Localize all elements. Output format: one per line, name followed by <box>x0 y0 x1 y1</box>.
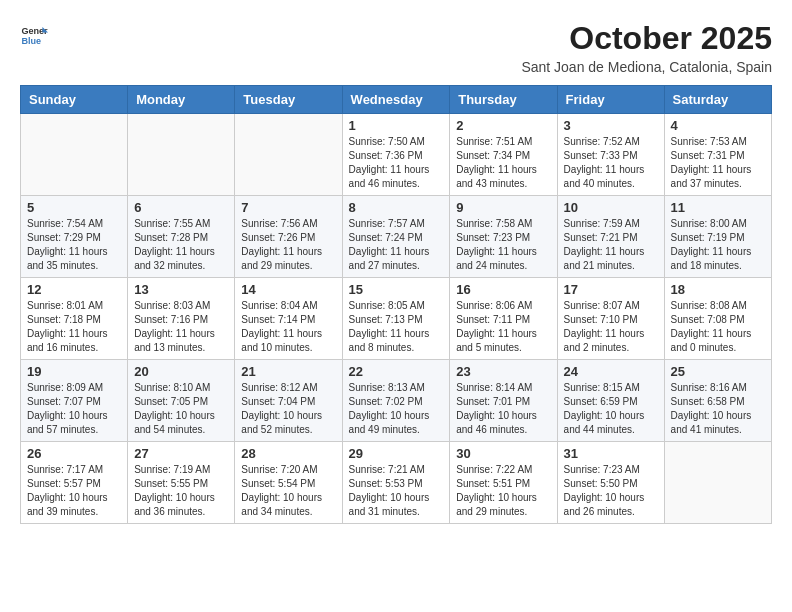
day-info: Sunrise: 8:05 AMSunset: 7:13 PMDaylight:… <box>349 299 444 355</box>
weekday-header-thursday: Thursday <box>450 86 557 114</box>
weekday-header-tuesday: Tuesday <box>235 86 342 114</box>
svg-text:Blue: Blue <box>21 36 41 46</box>
location: Sant Joan de Mediona, Catalonia, Spain <box>521 59 772 75</box>
day-info: Sunrise: 8:10 AMSunset: 7:05 PMDaylight:… <box>134 381 228 437</box>
day-number: 4 <box>671 118 765 133</box>
day-cell: 22Sunrise: 8:13 AMSunset: 7:02 PMDayligh… <box>342 360 450 442</box>
day-number: 28 <box>241 446 335 461</box>
day-cell: 17Sunrise: 8:07 AMSunset: 7:10 PMDayligh… <box>557 278 664 360</box>
weekday-header-saturday: Saturday <box>664 86 771 114</box>
day-info: Sunrise: 7:20 AMSunset: 5:54 PMDaylight:… <box>241 463 335 519</box>
weekday-header-sunday: Sunday <box>21 86 128 114</box>
day-info: Sunrise: 7:51 AMSunset: 7:34 PMDaylight:… <box>456 135 550 191</box>
day-number: 13 <box>134 282 228 297</box>
day-info: Sunrise: 8:07 AMSunset: 7:10 PMDaylight:… <box>564 299 658 355</box>
day-info: Sunrise: 8:15 AMSunset: 6:59 PMDaylight:… <box>564 381 658 437</box>
day-cell: 25Sunrise: 8:16 AMSunset: 6:58 PMDayligh… <box>664 360 771 442</box>
day-info: Sunrise: 7:21 AMSunset: 5:53 PMDaylight:… <box>349 463 444 519</box>
day-cell <box>664 442 771 524</box>
day-number: 8 <box>349 200 444 215</box>
day-cell: 12Sunrise: 8:01 AMSunset: 7:18 PMDayligh… <box>21 278 128 360</box>
logo: General Blue <box>20 20 48 48</box>
day-cell: 18Sunrise: 8:08 AMSunset: 7:08 PMDayligh… <box>664 278 771 360</box>
day-number: 18 <box>671 282 765 297</box>
day-cell: 24Sunrise: 8:15 AMSunset: 6:59 PMDayligh… <box>557 360 664 442</box>
day-cell <box>21 114 128 196</box>
day-cell: 8Sunrise: 7:57 AMSunset: 7:24 PMDaylight… <box>342 196 450 278</box>
day-number: 1 <box>349 118 444 133</box>
day-info: Sunrise: 7:52 AMSunset: 7:33 PMDaylight:… <box>564 135 658 191</box>
weekday-header-wednesday: Wednesday <box>342 86 450 114</box>
weekday-header-monday: Monday <box>128 86 235 114</box>
day-info: Sunrise: 7:23 AMSunset: 5:50 PMDaylight:… <box>564 463 658 519</box>
day-info: Sunrise: 8:00 AMSunset: 7:19 PMDaylight:… <box>671 217 765 273</box>
day-number: 24 <box>564 364 658 379</box>
day-info: Sunrise: 7:19 AMSunset: 5:55 PMDaylight:… <box>134 463 228 519</box>
day-cell: 15Sunrise: 8:05 AMSunset: 7:13 PMDayligh… <box>342 278 450 360</box>
day-info: Sunrise: 8:03 AMSunset: 7:16 PMDaylight:… <box>134 299 228 355</box>
day-info: Sunrise: 7:54 AMSunset: 7:29 PMDaylight:… <box>27 217 121 273</box>
week-row-1: 1Sunrise: 7:50 AMSunset: 7:36 PMDaylight… <box>21 114 772 196</box>
day-number: 2 <box>456 118 550 133</box>
day-info: Sunrise: 8:12 AMSunset: 7:04 PMDaylight:… <box>241 381 335 437</box>
day-cell: 28Sunrise: 7:20 AMSunset: 5:54 PMDayligh… <box>235 442 342 524</box>
day-cell: 19Sunrise: 8:09 AMSunset: 7:07 PMDayligh… <box>21 360 128 442</box>
day-cell: 7Sunrise: 7:56 AMSunset: 7:26 PMDaylight… <box>235 196 342 278</box>
day-number: 14 <box>241 282 335 297</box>
weekday-header-row: SundayMondayTuesdayWednesdayThursdayFrid… <box>21 86 772 114</box>
day-info: Sunrise: 7:59 AMSunset: 7:21 PMDaylight:… <box>564 217 658 273</box>
day-info: Sunrise: 8:09 AMSunset: 7:07 PMDaylight:… <box>27 381 121 437</box>
day-number: 30 <box>456 446 550 461</box>
day-cell: 20Sunrise: 8:10 AMSunset: 7:05 PMDayligh… <box>128 360 235 442</box>
day-number: 21 <box>241 364 335 379</box>
day-cell: 26Sunrise: 7:17 AMSunset: 5:57 PMDayligh… <box>21 442 128 524</box>
day-cell: 23Sunrise: 8:14 AMSunset: 7:01 PMDayligh… <box>450 360 557 442</box>
day-cell: 14Sunrise: 8:04 AMSunset: 7:14 PMDayligh… <box>235 278 342 360</box>
day-cell: 27Sunrise: 7:19 AMSunset: 5:55 PMDayligh… <box>128 442 235 524</box>
day-cell: 5Sunrise: 7:54 AMSunset: 7:29 PMDaylight… <box>21 196 128 278</box>
day-number: 15 <box>349 282 444 297</box>
day-cell: 21Sunrise: 8:12 AMSunset: 7:04 PMDayligh… <box>235 360 342 442</box>
week-row-5: 26Sunrise: 7:17 AMSunset: 5:57 PMDayligh… <box>21 442 772 524</box>
day-cell <box>235 114 342 196</box>
day-info: Sunrise: 7:50 AMSunset: 7:36 PMDaylight:… <box>349 135 444 191</box>
day-number: 29 <box>349 446 444 461</box>
day-cell: 30Sunrise: 7:22 AMSunset: 5:51 PMDayligh… <box>450 442 557 524</box>
day-cell: 31Sunrise: 7:23 AMSunset: 5:50 PMDayligh… <box>557 442 664 524</box>
day-number: 12 <box>27 282 121 297</box>
day-number: 16 <box>456 282 550 297</box>
week-row-4: 19Sunrise: 8:09 AMSunset: 7:07 PMDayligh… <box>21 360 772 442</box>
logo-icon: General Blue <box>20 20 48 48</box>
day-number: 9 <box>456 200 550 215</box>
calendar-table: SundayMondayTuesdayWednesdayThursdayFrid… <box>20 85 772 524</box>
day-info: Sunrise: 7:57 AMSunset: 7:24 PMDaylight:… <box>349 217 444 273</box>
day-cell: 4Sunrise: 7:53 AMSunset: 7:31 PMDaylight… <box>664 114 771 196</box>
day-info: Sunrise: 8:13 AMSunset: 7:02 PMDaylight:… <box>349 381 444 437</box>
day-info: Sunrise: 7:22 AMSunset: 5:51 PMDaylight:… <box>456 463 550 519</box>
weekday-header-friday: Friday <box>557 86 664 114</box>
day-number: 27 <box>134 446 228 461</box>
day-info: Sunrise: 8:14 AMSunset: 7:01 PMDaylight:… <box>456 381 550 437</box>
day-number: 17 <box>564 282 658 297</box>
day-info: Sunrise: 7:58 AMSunset: 7:23 PMDaylight:… <box>456 217 550 273</box>
day-info: Sunrise: 8:04 AMSunset: 7:14 PMDaylight:… <box>241 299 335 355</box>
day-number: 5 <box>27 200 121 215</box>
day-number: 23 <box>456 364 550 379</box>
day-number: 25 <box>671 364 765 379</box>
week-row-3: 12Sunrise: 8:01 AMSunset: 7:18 PMDayligh… <box>21 278 772 360</box>
day-cell: 16Sunrise: 8:06 AMSunset: 7:11 PMDayligh… <box>450 278 557 360</box>
day-cell: 9Sunrise: 7:58 AMSunset: 7:23 PMDaylight… <box>450 196 557 278</box>
day-info: Sunrise: 8:06 AMSunset: 7:11 PMDaylight:… <box>456 299 550 355</box>
day-info: Sunrise: 7:17 AMSunset: 5:57 PMDaylight:… <box>27 463 121 519</box>
day-number: 10 <box>564 200 658 215</box>
day-info: Sunrise: 7:56 AMSunset: 7:26 PMDaylight:… <box>241 217 335 273</box>
day-number: 11 <box>671 200 765 215</box>
day-info: Sunrise: 7:53 AMSunset: 7:31 PMDaylight:… <box>671 135 765 191</box>
day-info: Sunrise: 7:55 AMSunset: 7:28 PMDaylight:… <box>134 217 228 273</box>
week-row-2: 5Sunrise: 7:54 AMSunset: 7:29 PMDaylight… <box>21 196 772 278</box>
day-number: 3 <box>564 118 658 133</box>
day-number: 19 <box>27 364 121 379</box>
day-cell: 29Sunrise: 7:21 AMSunset: 5:53 PMDayligh… <box>342 442 450 524</box>
day-info: Sunrise: 8:16 AMSunset: 6:58 PMDaylight:… <box>671 381 765 437</box>
day-cell: 11Sunrise: 8:00 AMSunset: 7:19 PMDayligh… <box>664 196 771 278</box>
